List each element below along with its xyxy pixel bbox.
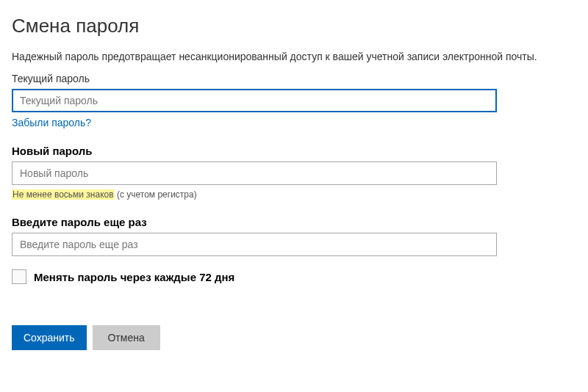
password-hint-rest: (с учетом регистра) bbox=[115, 189, 197, 200]
page-description: Надежный пароль предотвращает несанкцион… bbox=[12, 51, 576, 62]
expire-checkbox[interactable] bbox=[12, 269, 26, 284]
confirm-password-group: Введите пароль еще раз bbox=[12, 216, 576, 256]
forgot-password-link[interactable]: Забыли пароль? bbox=[12, 117, 91, 128]
new-password-group: Новый пароль Не менее восьми знаков (с у… bbox=[12, 145, 576, 200]
expire-checkbox-label: Менять пароль через каждые 72 дня bbox=[34, 271, 234, 283]
expire-checkbox-row: Менять пароль через каждые 72 дня bbox=[12, 269, 576, 284]
page-title: Смена пароля bbox=[12, 15, 576, 37]
current-password-group: Текущий пароль Забыли пароль? bbox=[12, 73, 576, 128]
password-hint-highlight: Не менее восьми знаков bbox=[12, 189, 115, 200]
cancel-button[interactable]: Отмена bbox=[93, 325, 160, 350]
confirm-password-label: Введите пароль еще раз bbox=[12, 216, 576, 228]
save-button[interactable]: Сохранить bbox=[12, 325, 87, 350]
button-row: Сохранить Отмена bbox=[12, 325, 576, 350]
current-password-label: Текущий пароль bbox=[12, 73, 576, 84]
new-password-input[interactable] bbox=[12, 161, 497, 185]
password-hint: Не менее восьми знаков (с учетом регистр… bbox=[12, 189, 576, 200]
confirm-password-input[interactable] bbox=[12, 233, 497, 256]
current-password-input[interactable] bbox=[12, 89, 497, 112]
new-password-label: Новый пароль bbox=[12, 145, 576, 157]
